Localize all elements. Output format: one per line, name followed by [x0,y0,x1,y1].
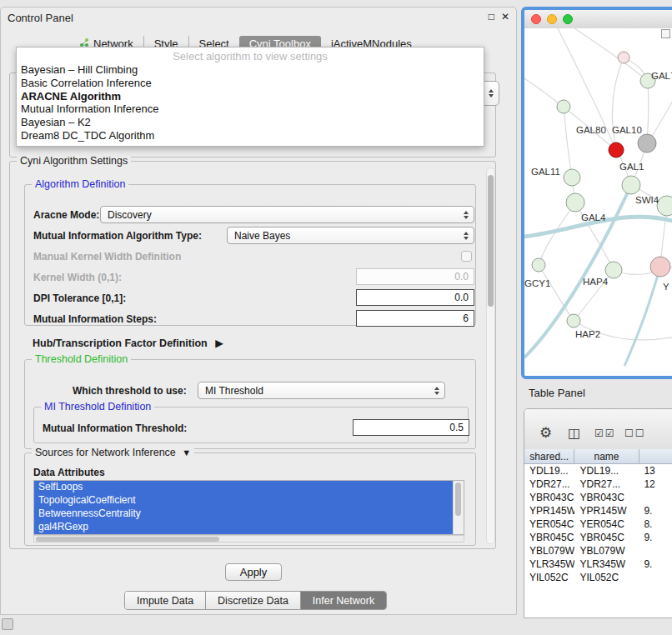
network-node-red[interactable] [609,142,624,158]
list-scrollbar-thumb[interactable] [455,482,461,516]
tab-discretize-data[interactable]: Discretize Data [205,592,300,609]
dpi-tolerance-input[interactable]: 0.0 [356,289,474,306]
settings-scrollbar-thumb[interactable] [488,175,494,307]
data-attributes-list[interactable]: SelfLoops TopologicalCoefficient Between… [33,480,464,535]
algorithm-option[interactable]: Bayesian – Hill Climbing [17,63,484,77]
settings-scrollbar[interactable] [486,168,495,544]
mi-steps-label: Mutual Information Steps: [33,313,157,325]
table-body: YDL19...YDL19...13 YDR27...YDR27...12 YB… [524,464,672,618]
table-row[interactable]: YBR045CYBR045C9. [524,531,672,544]
table-row[interactable]: YPR145WYPR145W9. [524,504,672,518]
scrollbar-button[interactable] [661,29,670,38]
node-label: HAP4 [583,277,609,287]
network-node-gray[interactable] [638,134,656,152]
table-columns-icon[interactable]: ◫ [568,425,580,441]
table-row[interactable]: YDR27...YDR27...12 [524,478,672,491]
network-node-pink[interactable] [650,257,670,277]
expand-right-icon[interactable]: ▶ [215,338,223,349]
algorithm-placeholder: Select algorithm to view settings [17,48,484,63]
select-all-checkboxes-icon[interactable]: ☑☑ [594,428,616,439]
network-window-titlebar[interactable] [524,10,672,29]
manual-kernel-checkbox[interactable] [461,251,472,262]
manual-kernel-label: Manual Kernel Width Definition [33,251,181,262]
tab-impute-data[interactable]: Impute Data [125,592,205,609]
node-label: GAL1 [619,162,644,172]
chevron-updown-icon [434,387,439,395]
list-scrollbar[interactable] [453,481,464,534]
float-window-icon[interactable]: □ [489,11,494,22]
apply-button[interactable]: Apply [225,563,282,581]
list-hscrollbar-thumb[interactable] [36,537,219,542]
algorithm-option[interactable]: Dream8 DC_TDC Algorithm [17,129,484,142]
network-view-window: GAL7 GAL80 GAL10 GAL11 GAL1 SWI4 GAL4 GC… [521,7,672,379]
which-threshold-select[interactable]: MI Threshold [198,382,445,399]
list-item-selected[interactable]: gal4RGexp [34,521,464,534]
mi-threshold-label: Mutual Information Threshold: [43,422,187,434]
table-row[interactable]: YDL19...YDL19...13 [524,464,672,478]
column-header-extra[interactable] [639,449,672,464]
algorithm-option[interactable]: Mutual Information Inference [17,102,484,116]
network-node[interactable] [557,100,570,113]
data-attributes-label: Data Attributes [33,467,105,478]
sources-title[interactable]: Sources for Network Inference ▼ [32,447,194,458]
tab-infer-network[interactable]: Infer Network [300,592,386,609]
algorithm-option[interactable]: Basic Correlation Inference [17,77,484,90]
column-header-name[interactable]: name [574,449,639,464]
mi-steps-input[interactable]: 6 [356,310,474,327]
close-traffic-light-icon[interactable] [531,14,541,24]
table-panel-title: Table Panel [529,387,585,399]
threshold-definition-group: Threshold Definition Which threshold to … [24,359,476,449]
desktop: Control Panel □ ✕ Network Style Select C… [0,0,672,635]
table-row[interactable]: YBL079WYBL079W [524,544,672,558]
zoom-traffic-light-icon[interactable] [563,14,573,24]
node-label: GAL4 [581,212,606,222]
table-panel-window: ⚙ ◫ ☑☑ ☐☐ shared... name YDL19...YDL19..… [524,408,672,618]
dpi-tolerance-label: DPI Tolerance [0,1]: [33,292,126,304]
bottom-tabs: Impute Data Discretize Data Infer Networ… [124,591,387,610]
threshold-definition-title: Threshold Definition [32,353,131,365]
chevron-updown-icon [464,232,469,240]
network-node[interactable] [605,262,622,278]
algorithm-definition-title: Algorithm Definition [32,178,128,190]
network-node[interactable] [567,314,580,328]
mi-threshold-input[interactable]: 0.5 [353,419,469,436]
column-header-shared[interactable]: shared... [524,449,574,464]
table-row[interactable]: YLR345WYLR345W9. [524,558,672,571]
node-label: GCY1 [524,278,550,288]
network-node[interactable] [532,258,545,272]
algorithm-option-selected[interactable]: ARACNE Algorithm [17,90,484,103]
network-node[interactable] [657,196,672,216]
list-item-selected[interactable]: SelfLoops [34,481,464,494]
list-item-selected[interactable]: TopologicalCoefficient [34,494,464,508]
deselect-all-checkboxes-icon[interactable]: ☐☐ [624,428,646,439]
table-row[interactable]: YER054CYER054C8. [524,518,672,531]
collapse-down-icon[interactable]: ▼ [182,448,191,458]
chevron-updown-icon [489,89,494,98]
table-row[interactable]: YBR043CYBR043C [524,491,672,504]
network-node[interactable] [566,193,584,212]
algorithm-option[interactable]: Bayesian – K2 [17,116,484,129]
control-panel-titlebar[interactable]: Control Panel □ ✕ [1,8,516,28]
list-item-selected[interactable]: BetweennessCentrality [34,508,464,521]
mi-threshold-definition-title: MI Threshold Definition [41,401,154,412]
gear-icon[interactable]: ⚙ [539,424,552,442]
node-label: HAP2 [575,329,600,339]
kernel-width-input[interactable]: 0.0 [356,268,474,285]
table-header-row: shared... name [524,449,672,464]
minimize-traffic-light-icon[interactable] [547,14,557,24]
kernel-width-label: Kernel Width (0,1): [33,272,122,283]
close-icon[interactable]: ✕ [501,11,509,22]
network-node[interactable] [618,52,629,63]
network-node[interactable] [564,169,580,186]
mi-threshold-definition-group: MI Threshold Definition Mutual Informati… [33,407,469,443]
table-row[interactable]: YIL052CYIL052C [524,571,672,584]
collapsed-panel-icon[interactable] [2,618,13,630]
network-node[interactable] [622,176,640,194]
aracne-mode-select[interactable]: Discovery [100,206,474,223]
sources-group: Sources for Network Inference ▼ Data Att… [24,452,476,546]
hub-section-label[interactable]: Hub/Transcription Factor Definition ▶ [33,337,223,349]
network-canvas[interactable]: GAL7 GAL80 GAL10 GAL11 GAL1 SWI4 GAL4 GC… [524,28,672,376]
mi-type-select[interactable]: Naive Bayes [227,227,474,244]
node-label: GAL10 [612,125,642,135]
list-hscrollbar[interactable] [33,535,464,542]
